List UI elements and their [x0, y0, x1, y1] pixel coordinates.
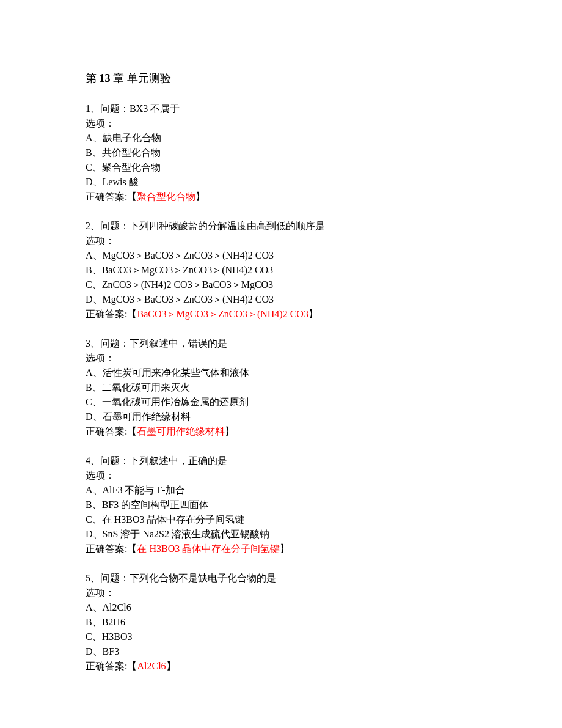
q4-d-2: SnS — [103, 529, 121, 539]
question-5: 5、问题：下列化合物不是缺电子化合物的是 选项： A、Al2Cl6 B、B2H6… — [86, 571, 476, 674]
answer-prefix: 正确答案:【 — [86, 661, 137, 671]
q1-answer: 聚合型化合物 — [137, 191, 195, 202]
q4-opt-c: C、在 H3BO3 晶体中存在分子间氢键 — [86, 512, 476, 527]
question-2: 2、问题：下列四种碳酸盐的分解温度由高到低的顺序是 选项： A、MgCO3＞Ba… — [86, 219, 476, 322]
title-chapter-num: 13 — [97, 72, 113, 84]
q3-answer-line: 正确答案:【石墨可用作绝缘材料】 — [86, 424, 476, 439]
q2-opt-b: B、BaCO3＞MgCO3＞ZnCO3＞(NH4)2 CO3 — [86, 263, 476, 278]
answer-prefix: 正确答案:【 — [86, 426, 137, 436]
q3-prompt: 3、问题：下列叙述中，错误的是 — [86, 336, 476, 351]
q5-opt-a: A、Al2Cl6 — [86, 600, 476, 615]
q5-opt-c: C、H3BO3 — [86, 630, 476, 644]
q5-prompt: 5、问题：下列化合物不是缺电子化合物的是 — [86, 571, 476, 586]
q5-b-2: B2H6 — [102, 617, 125, 627]
q3-opt-d: D、石墨可用作绝缘材料 — [86, 410, 476, 424]
q1-prompt-c: 不属于 — [150, 103, 180, 114]
q1-opt-d-b: Lewis — [103, 177, 129, 187]
answer-prefix: 正确答案:【 — [86, 543, 137, 554]
q4-answer: 在 H3BO3 晶体中存在分子间氢键 — [137, 543, 280, 554]
q1-opt-a: A、缺电子化合物 — [86, 131, 476, 145]
q1-opt-d: D、Lewis 酸 — [86, 175, 476, 189]
q3-opt-b: B、二氧化碳可用来灭火 — [86, 380, 476, 395]
q4-d-5: 溶液生成硫代亚锡酸钠 — [172, 529, 269, 539]
q1-opt-d-c: 酸 — [129, 177, 139, 187]
q2-answer: BaCO3＞MgCO3＞ZnCO3＞(NH4)2 CO3 — [137, 309, 308, 319]
q2-opt-b-a: B、 — [86, 265, 102, 275]
page: 第 13 章 单元测验 1、问题：BX3 不属于 选项： A、缺电子化合物 B、… — [0, 0, 562, 728]
q4-ans-3: 晶体中存在分子间氢键 — [182, 543, 280, 554]
q4-c-1: C、在 — [86, 514, 112, 524]
q4-a-2: AlF3 — [103, 485, 125, 495]
q2-opt-a-a: A、 — [86, 250, 103, 260]
answer-suffix: 】 — [308, 309, 318, 319]
q1-opt-b: B、共价型化合物 — [86, 145, 476, 160]
q5-answer-line: 正确答案:【Al2Cl6】 — [86, 659, 476, 674]
answer-prefix: 正确答案:【 — [86, 191, 137, 202]
q4-opt-d: D、SnS 溶于 Na2S2 溶液生成硫代亚锡酸钠 — [86, 527, 476, 542]
q4-b-2: BF3 — [102, 499, 122, 510]
q1-options-label: 选项： — [86, 116, 476, 131]
q5-a-2: Al2Cl6 — [103, 602, 131, 612]
q4-d-3: 溶于 — [120, 529, 140, 539]
q2-prompt: 2、问题：下列四种碳酸盐的分解温度由高到低的顺序是 — [86, 219, 476, 233]
question-3: 3、问题：下列叙述中，错误的是 选项： A、活性炭可用来净化某些气体和液体 B、… — [86, 336, 476, 439]
question-1: 1、问题：BX3 不属于 选项： A、缺电子化合物 B、共价型化合物 C、聚合型… — [86, 101, 476, 204]
q4-options-label: 选项： — [86, 468, 476, 483]
q4-a-3: 不能与 — [125, 485, 154, 495]
q3-options-label: 选项： — [86, 351, 476, 366]
q4-a-5: 加合 — [166, 485, 185, 495]
q3-answer: 石墨可用作绝缘材料 — [137, 426, 225, 436]
q5-c-2: H3BO3 — [102, 631, 133, 642]
q1-opt-d-a: D、 — [86, 177, 103, 187]
q5-opt-d: D、BF3 — [86, 644, 476, 659]
q5-answer: Al2Cl6 — [137, 661, 166, 671]
q4-prompt: 4、问题：下列叙述中，正确的是 — [86, 454, 476, 468]
q5-d-1: D、 — [86, 646, 103, 656]
q4-b-3: 的空间构型正四面体 — [121, 499, 209, 510]
q4-a-1: A、 — [86, 485, 103, 495]
answer-suffix: 】 — [280, 543, 290, 554]
q2-options-label: 选项： — [86, 233, 476, 248]
q1-opt-c: C、聚合型化合物 — [86, 160, 476, 175]
q3-opt-a: A、活性炭可用来净化某些气体和液体 — [86, 366, 476, 380]
q5-options-label: 选项： — [86, 586, 476, 600]
q1-prompt-b: BX3 — [130, 103, 150, 114]
q1-prompt: 1、问题：BX3 不属于 — [86, 101, 476, 116]
q5-b-1: B、 — [86, 617, 102, 627]
q4-d-4: Na2S2 — [140, 529, 172, 539]
q4-b-1: B、 — [86, 499, 102, 510]
q5-c-1: C、 — [86, 631, 102, 642]
answer-suffix: 】 — [225, 426, 235, 436]
q2-opt-c-b: ZnCO3＞(NH4)2 CO3＞BaCO3＞MgCO3 — [102, 279, 273, 290]
q1-prompt-a: 1、问题： — [86, 103, 130, 114]
q2-opt-c: C、ZnCO3＞(NH4)2 CO3＞BaCO3＞MgCO3 — [86, 278, 476, 292]
answer-suffix: 】 — [166, 661, 176, 671]
title-rest: 章 单元测验 — [113, 72, 171, 84]
answer-prefix: 正确答案:【 — [86, 309, 137, 319]
q2-opt-d: D、MgCO3＞BaCO3＞ZnCO3＞(NH4)2 CO3 — [86, 292, 476, 307]
q4-d-1: D、 — [86, 529, 103, 539]
answer-suffix: 】 — [195, 191, 205, 202]
q2-opt-d-a: D、 — [86, 294, 103, 304]
q4-opt-a: A、AlF3 不能与 F-加合 — [86, 483, 476, 498]
q5-a-1: A、 — [86, 602, 103, 612]
q2-opt-a: A、MgCO3＞BaCO3＞ZnCO3＞(NH4)2 CO3 — [86, 248, 476, 263]
q2-answer-line: 正确答案:【BaCO3＞MgCO3＞ZnCO3＞(NH4)2 CO3】 — [86, 307, 476, 322]
q3-opt-c: C、一氧化碳可用作冶炼金属的还原剂 — [86, 395, 476, 410]
q4-answer-line: 正确答案:【在 H3BO3 晶体中存在分子间氢键】 — [86, 542, 476, 556]
q2-opt-a-b: MgCO3＞BaCO3＞ZnCO3＞(NH4)2 CO3 — [103, 250, 274, 260]
title-prefix: 第 — [86, 72, 97, 84]
page-title: 第 13 章 单元测验 — [86, 70, 476, 87]
question-4: 4、问题：下列叙述中，正确的是 选项： A、AlF3 不能与 F-加合 B、BF… — [86, 454, 476, 556]
q4-a-4: F- — [154, 485, 165, 495]
q5-d-2: BF3 — [103, 646, 120, 656]
q4-ans-1: 在 — [137, 543, 147, 554]
q1-answer-line: 正确答案:【聚合型化合物】 — [86, 189, 476, 204]
q2-opt-c-a: C、 — [86, 279, 102, 290]
q4-c-3: 晶体中存在分子间氢键 — [147, 514, 244, 524]
q4-c-2: H3BO3 — [112, 514, 147, 524]
q2-opt-d-b: MgCO3＞BaCO3＞ZnCO3＞(NH4)2 CO3 — [103, 294, 274, 304]
q5-opt-b: B、B2H6 — [86, 615, 476, 630]
q4-opt-b: B、BF3 的空间构型正四面体 — [86, 498, 476, 512]
q4-ans-2: H3BO3 — [147, 543, 182, 554]
